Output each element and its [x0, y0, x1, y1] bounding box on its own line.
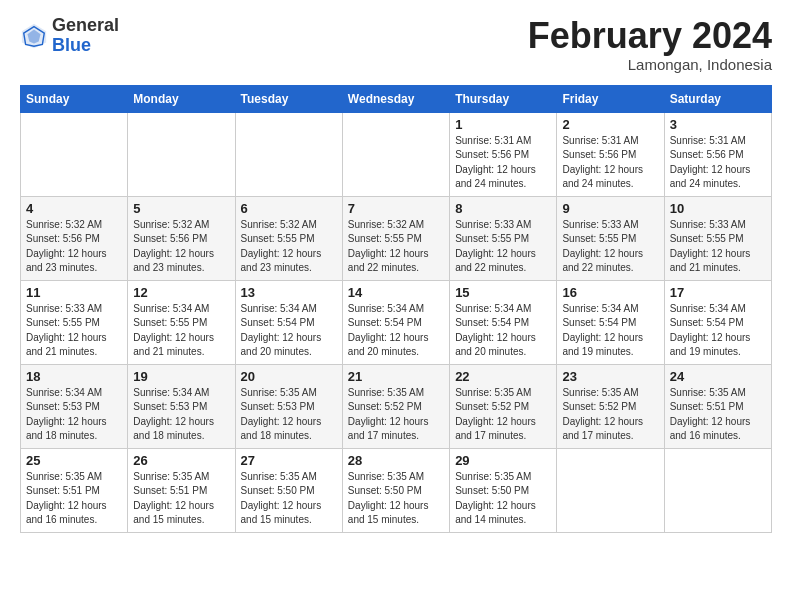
day-number: 16 [562, 285, 658, 300]
calendar-cell: 25Sunrise: 5:35 AM Sunset: 5:51 PM Dayli… [21, 448, 128, 532]
weekday-header: Monday [128, 85, 235, 112]
calendar-cell [235, 112, 342, 196]
calendar-cell: 12Sunrise: 5:34 AM Sunset: 5:55 PM Dayli… [128, 280, 235, 364]
day-info: Sunrise: 5:34 AM Sunset: 5:54 PM Dayligh… [455, 302, 551, 360]
calendar-cell: 21Sunrise: 5:35 AM Sunset: 5:52 PM Dayli… [342, 364, 449, 448]
title-area: February 2024 Lamongan, Indonesia [528, 16, 772, 73]
weekday-header: Wednesday [342, 85, 449, 112]
logo: General Blue [20, 16, 119, 56]
calendar-week-row: 1Sunrise: 5:31 AM Sunset: 5:56 PM Daylig… [21, 112, 772, 196]
day-info: Sunrise: 5:34 AM Sunset: 5:54 PM Dayligh… [670, 302, 766, 360]
calendar-table: SundayMondayTuesdayWednesdayThursdayFrid… [20, 85, 772, 533]
day-info: Sunrise: 5:32 AM Sunset: 5:55 PM Dayligh… [348, 218, 444, 276]
calendar-cell: 13Sunrise: 5:34 AM Sunset: 5:54 PM Dayli… [235, 280, 342, 364]
calendar-cell: 23Sunrise: 5:35 AM Sunset: 5:52 PM Dayli… [557, 364, 664, 448]
day-info: Sunrise: 5:35 AM Sunset: 5:52 PM Dayligh… [562, 386, 658, 444]
day-number: 5 [133, 201, 229, 216]
calendar-cell: 20Sunrise: 5:35 AM Sunset: 5:53 PM Dayli… [235, 364, 342, 448]
calendar-cell: 11Sunrise: 5:33 AM Sunset: 5:55 PM Dayli… [21, 280, 128, 364]
logo-icon [20, 22, 48, 50]
day-info: Sunrise: 5:33 AM Sunset: 5:55 PM Dayligh… [455, 218, 551, 276]
day-number: 23 [562, 369, 658, 384]
day-number: 12 [133, 285, 229, 300]
day-info: Sunrise: 5:32 AM Sunset: 5:55 PM Dayligh… [241, 218, 337, 276]
calendar-cell: 27Sunrise: 5:35 AM Sunset: 5:50 PM Dayli… [235, 448, 342, 532]
day-info: Sunrise: 5:34 AM Sunset: 5:54 PM Dayligh… [348, 302, 444, 360]
day-number: 2 [562, 117, 658, 132]
day-info: Sunrise: 5:35 AM Sunset: 5:52 PM Dayligh… [455, 386, 551, 444]
day-number: 28 [348, 453, 444, 468]
weekday-header: Sunday [21, 85, 128, 112]
weekday-header: Tuesday [235, 85, 342, 112]
day-number: 24 [670, 369, 766, 384]
calendar-cell: 15Sunrise: 5:34 AM Sunset: 5:54 PM Dayli… [450, 280, 557, 364]
weekday-header: Saturday [664, 85, 771, 112]
day-info: Sunrise: 5:34 AM Sunset: 5:54 PM Dayligh… [562, 302, 658, 360]
calendar-week-row: 11Sunrise: 5:33 AM Sunset: 5:55 PM Dayli… [21, 280, 772, 364]
calendar-cell: 28Sunrise: 5:35 AM Sunset: 5:50 PM Dayli… [342, 448, 449, 532]
day-info: Sunrise: 5:35 AM Sunset: 5:51 PM Dayligh… [670, 386, 766, 444]
calendar-cell: 9Sunrise: 5:33 AM Sunset: 5:55 PM Daylig… [557, 196, 664, 280]
calendar-cell: 22Sunrise: 5:35 AM Sunset: 5:52 PM Dayli… [450, 364, 557, 448]
day-number: 19 [133, 369, 229, 384]
month-title: February 2024 [528, 16, 772, 56]
day-number: 1 [455, 117, 551, 132]
calendar-week-row: 4Sunrise: 5:32 AM Sunset: 5:56 PM Daylig… [21, 196, 772, 280]
day-number: 13 [241, 285, 337, 300]
weekday-row: SundayMondayTuesdayWednesdayThursdayFrid… [21, 85, 772, 112]
day-info: Sunrise: 5:35 AM Sunset: 5:52 PM Dayligh… [348, 386, 444, 444]
day-number: 3 [670, 117, 766, 132]
day-number: 25 [26, 453, 122, 468]
day-info: Sunrise: 5:31 AM Sunset: 5:56 PM Dayligh… [670, 134, 766, 192]
day-info: Sunrise: 5:33 AM Sunset: 5:55 PM Dayligh… [562, 218, 658, 276]
logo-text: General Blue [52, 16, 119, 56]
day-number: 26 [133, 453, 229, 468]
calendar-cell: 1Sunrise: 5:31 AM Sunset: 5:56 PM Daylig… [450, 112, 557, 196]
calendar-cell: 24Sunrise: 5:35 AM Sunset: 5:51 PM Dayli… [664, 364, 771, 448]
calendar-cell: 19Sunrise: 5:34 AM Sunset: 5:53 PM Dayli… [128, 364, 235, 448]
day-number: 21 [348, 369, 444, 384]
calendar-cell: 2Sunrise: 5:31 AM Sunset: 5:56 PM Daylig… [557, 112, 664, 196]
calendar-cell [557, 448, 664, 532]
day-info: Sunrise: 5:35 AM Sunset: 5:50 PM Dayligh… [241, 470, 337, 528]
calendar-cell: 16Sunrise: 5:34 AM Sunset: 5:54 PM Dayli… [557, 280, 664, 364]
calendar-cell: 4Sunrise: 5:32 AM Sunset: 5:56 PM Daylig… [21, 196, 128, 280]
calendar-cell [128, 112, 235, 196]
calendar-week-row: 18Sunrise: 5:34 AM Sunset: 5:53 PM Dayli… [21, 364, 772, 448]
calendar-cell: 17Sunrise: 5:34 AM Sunset: 5:54 PM Dayli… [664, 280, 771, 364]
day-number: 14 [348, 285, 444, 300]
calendar-cell: 3Sunrise: 5:31 AM Sunset: 5:56 PM Daylig… [664, 112, 771, 196]
day-info: Sunrise: 5:31 AM Sunset: 5:56 PM Dayligh… [562, 134, 658, 192]
calendar-cell: 29Sunrise: 5:35 AM Sunset: 5:50 PM Dayli… [450, 448, 557, 532]
calendar-cell: 5Sunrise: 5:32 AM Sunset: 5:56 PM Daylig… [128, 196, 235, 280]
day-info: Sunrise: 5:35 AM Sunset: 5:51 PM Dayligh… [26, 470, 122, 528]
day-info: Sunrise: 5:35 AM Sunset: 5:53 PM Dayligh… [241, 386, 337, 444]
calendar-cell [342, 112, 449, 196]
day-number: 29 [455, 453, 551, 468]
calendar-cell: 26Sunrise: 5:35 AM Sunset: 5:51 PM Dayli… [128, 448, 235, 532]
calendar-week-row: 25Sunrise: 5:35 AM Sunset: 5:51 PM Dayli… [21, 448, 772, 532]
day-number: 9 [562, 201, 658, 216]
calendar-cell [664, 448, 771, 532]
logo-blue-text: Blue [52, 36, 119, 56]
day-number: 27 [241, 453, 337, 468]
day-number: 4 [26, 201, 122, 216]
day-number: 20 [241, 369, 337, 384]
calendar-header: SundayMondayTuesdayWednesdayThursdayFrid… [21, 85, 772, 112]
weekday-header: Thursday [450, 85, 557, 112]
calendar-cell: 7Sunrise: 5:32 AM Sunset: 5:55 PM Daylig… [342, 196, 449, 280]
day-info: Sunrise: 5:34 AM Sunset: 5:53 PM Dayligh… [133, 386, 229, 444]
calendar-body: 1Sunrise: 5:31 AM Sunset: 5:56 PM Daylig… [21, 112, 772, 532]
calendar-cell: 6Sunrise: 5:32 AM Sunset: 5:55 PM Daylig… [235, 196, 342, 280]
day-info: Sunrise: 5:33 AM Sunset: 5:55 PM Dayligh… [670, 218, 766, 276]
day-info: Sunrise: 5:32 AM Sunset: 5:56 PM Dayligh… [26, 218, 122, 276]
day-info: Sunrise: 5:34 AM Sunset: 5:53 PM Dayligh… [26, 386, 122, 444]
day-info: Sunrise: 5:34 AM Sunset: 5:54 PM Dayligh… [241, 302, 337, 360]
day-info: Sunrise: 5:35 AM Sunset: 5:50 PM Dayligh… [348, 470, 444, 528]
day-number: 6 [241, 201, 337, 216]
calendar-cell: 10Sunrise: 5:33 AM Sunset: 5:55 PM Dayli… [664, 196, 771, 280]
day-info: Sunrise: 5:34 AM Sunset: 5:55 PM Dayligh… [133, 302, 229, 360]
logo-general-text: General [52, 16, 119, 36]
calendar-cell: 18Sunrise: 5:34 AM Sunset: 5:53 PM Dayli… [21, 364, 128, 448]
day-info: Sunrise: 5:35 AM Sunset: 5:51 PM Dayligh… [133, 470, 229, 528]
